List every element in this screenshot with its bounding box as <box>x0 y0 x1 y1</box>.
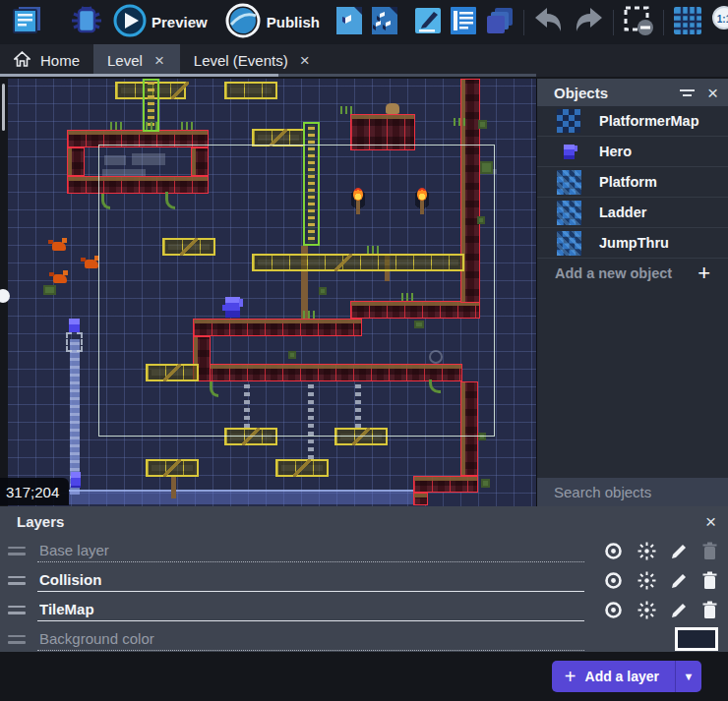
undo-button[interactable] <box>529 3 569 42</box>
tab-label: Level (Events) <box>194 52 288 69</box>
instances-list-button[interactable] <box>446 3 481 42</box>
drag-handle-icon <box>8 631 26 648</box>
gdevelop-window: Preview Publish <box>0 0 728 701</box>
object-groups-button[interactable] <box>367 3 402 42</box>
ghost-tile <box>104 155 126 165</box>
red-col-tile <box>460 381 478 476</box>
edit-pencil-icon[interactable] <box>670 571 689 590</box>
layer-name-input[interactable] <box>37 568 584 592</box>
layer-name-input[interactable] <box>37 598 584 621</box>
vine-tile <box>101 194 110 209</box>
pole-tile <box>171 477 176 498</box>
torch-tile <box>415 188 429 215</box>
close-tab-icon[interactable]: × <box>152 52 166 69</box>
edit-pencil-icon[interactable] <box>670 542 689 560</box>
moss-tile <box>288 351 296 359</box>
layer-row-tilemap <box>0 595 728 624</box>
visibility-eye-icon[interactable] <box>603 570 624 591</box>
object-item-platformermap[interactable]: PlatformerMap <box>537 106 728 137</box>
deselect-icon <box>621 3 656 42</box>
moss-tile <box>481 479 490 488</box>
project-manager-icon <box>10 4 45 41</box>
ghostring-tile <box>429 350 443 364</box>
chain-tile <box>308 381 314 459</box>
object-item-ladder[interactable]: Ladder <box>537 198 728 228</box>
object-item-platform[interactable]: Platform <box>537 167 728 198</box>
visibility-eye-icon[interactable] <box>603 541 624 561</box>
red-row-tile <box>193 319 362 336</box>
edit-object-button[interactable] <box>332 3 367 42</box>
redo-button[interactable] <box>569 3 608 42</box>
plus-icon: + <box>565 667 576 686</box>
tab-bar: Home Level × Level (Events) × <box>0 44 728 77</box>
properties-button[interactable] <box>410 3 446 42</box>
background-color-swatch[interactable] <box>675 627 718 651</box>
tab-home[interactable]: Home <box>0 44 93 77</box>
publish-globe-icon <box>223 1 263 44</box>
visibility-eye-icon[interactable] <box>603 600 624 620</box>
chevron-down-icon: ▼ <box>684 671 695 682</box>
drag-handle-icon[interactable] <box>8 572 26 589</box>
plank-tile <box>163 364 181 381</box>
object-item-jumpthru[interactable]: JumpThru <box>537 228 728 259</box>
project-manager-button[interactable] <box>8 3 47 42</box>
clear-selection-button[interactable] <box>619 3 658 42</box>
preview-button[interactable]: Preview <box>110 3 215 42</box>
publish-button[interactable]: Publish <box>221 3 328 42</box>
search-objects-input[interactable] <box>552 483 728 501</box>
effects-icon[interactable] <box>637 541 657 561</box>
layer-name-input[interactable] <box>37 539 584 562</box>
close-icon[interactable]: × <box>707 84 718 102</box>
close-tab-icon[interactable]: × <box>298 52 312 69</box>
scene-canvas[interactable] <box>8 79 536 506</box>
red-row-tile <box>413 476 478 493</box>
ghost-tile <box>132 153 165 165</box>
layer-row-collision <box>0 565 728 595</box>
moss-tile <box>478 120 487 129</box>
grass-tile <box>454 118 465 126</box>
plank-tile <box>163 459 181 477</box>
object-label: PlatformerMap <box>599 113 699 129</box>
add-new-object-button[interactable]: Add a new object + <box>537 259 728 288</box>
filter-icon[interactable] <box>678 87 698 99</box>
debugger-button[interactable] <box>67 3 106 42</box>
red-row-tile <box>413 493 428 505</box>
close-icon[interactable]: × <box>705 512 716 531</box>
moss-tile <box>319 287 327 295</box>
toolbar-separator <box>663 10 664 35</box>
red-row-tile <box>350 114 415 150</box>
edit-pencil-icon[interactable] <box>670 601 689 619</box>
zoom-reset-button[interactable]: 1:1 <box>706 3 728 42</box>
objects-panel-title: Objects <box>554 85 678 101</box>
chain-tile <box>244 381 250 428</box>
delete-trash-icon[interactable] <box>701 571 718 590</box>
effects-icon[interactable] <box>637 600 657 620</box>
drag-handle-icon[interactable] <box>8 543 26 559</box>
plank-tile <box>352 428 370 445</box>
tab-label: Level <box>107 52 143 69</box>
add-layer-dropdown-button[interactable]: ▼ <box>675 661 701 692</box>
minihero-tile <box>69 319 80 332</box>
delete-trash-icon[interactable] <box>701 601 718 619</box>
layers-list-button[interactable] <box>481 3 518 42</box>
add-layer-button-group: + Add a layer ▼ <box>552 661 701 692</box>
red-row-tile <box>193 364 462 381</box>
canvas-h-scrollbar[interactable] <box>0 74 278 77</box>
object-item-hero[interactable]: Hero <box>537 137 728 167</box>
tab-level-events[interactable]: Level (Events) × <box>180 44 326 77</box>
critter-tile <box>85 260 98 268</box>
canvas-v-scrollbar[interactable] <box>2 84 5 131</box>
add-layer-button[interactable]: + Add a layer <box>552 661 675 692</box>
tab-level[interactable]: Level × <box>93 44 180 77</box>
layers-stack-icon <box>483 4 516 41</box>
effects-icon[interactable] <box>637 570 657 591</box>
grid-button[interactable] <box>669 3 706 42</box>
toolbar: Preview Publish <box>0 0 728 44</box>
svg-text:1:1: 1:1 <box>717 13 728 24</box>
grass-tile <box>181 122 193 130</box>
hero-tile <box>225 297 240 318</box>
moss-tile <box>480 161 493 174</box>
ghostbox-tile <box>66 332 83 352</box>
layers-panel-title: Layers <box>17 513 705 530</box>
drag-handle-icon[interactable] <box>8 602 26 618</box>
